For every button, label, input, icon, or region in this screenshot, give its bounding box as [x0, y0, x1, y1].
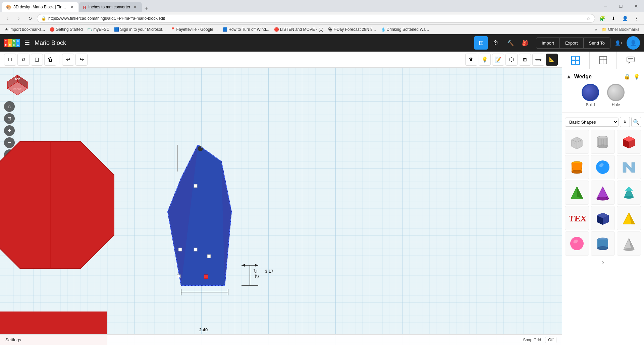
bookmark-getting-started[interactable]: 🔴Getting Started [48, 26, 85, 32]
minimize-button[interactable]: ─ [598, 0, 613, 12]
bookmark-windows[interactable]: 🟦How to Turn off Wind... [220, 26, 271, 32]
shape-item-cone-teal[interactable] [617, 181, 641, 205]
timeline-button[interactable]: ⏱ [489, 36, 502, 50]
notes-tool-button[interactable]: 📝 [492, 54, 504, 66]
add-collaborator-button[interactable]: 👤+ [612, 36, 625, 50]
front-view-tab[interactable] [590, 52, 617, 69]
shape-item-pyramid-yellow[interactable] [617, 206, 641, 230]
hamburger-button[interactable]: ☰ [23, 38, 31, 48]
grid-view-button[interactable]: ⊞ [474, 36, 488, 50]
delete-button[interactable]: 🗑 [44, 54, 56, 66]
shape-item-cone-purple[interactable] [591, 181, 615, 205]
svg-text:TEXT: TEXT [568, 214, 586, 223]
shape-item-text-red[interactable]: TEXT [565, 206, 589, 230]
shape-item-sphere-blue[interactable] [591, 155, 615, 179]
refresh-button[interactable]: ↻ [25, 14, 35, 23]
shape-gen-button[interactable]: ⬡ [505, 54, 518, 66]
ruler-tool-button[interactable]: 📐 [546, 54, 558, 66]
shape-box-button[interactable]: □ [4, 54, 16, 66]
shape-properties-panel: ▲ Wedge 🔒 💡 Solid Hole [562, 69, 644, 113]
solid-circle [582, 84, 599, 101]
library-search-button[interactable]: 🔍 [631, 117, 641, 127]
address-bar-row: ‹ › ↻ 🔒 https://www.tinkercad.com/things… [0, 12, 644, 25]
home-view-button[interactable]: ⌂ [4, 101, 15, 112]
rotate-icon: ↻ [253, 268, 258, 274]
hole-option[interactable]: Hole [607, 84, 625, 107]
tab-inactive[interactable]: R Inches to mm converter ✕ [79, 2, 142, 12]
redo-button[interactable]: ↪ [75, 54, 88, 66]
bookmark-weather[interactable]: 🌦7-Day Forecast 28N 8... [326, 26, 378, 32]
collapse-button[interactable]: ▲ [566, 74, 572, 80]
chat-tab[interactable] [617, 52, 644, 69]
library-expand-button[interactable]: ⇕ [620, 117, 630, 127]
wedge-shape[interactable] [154, 145, 262, 295]
shape-item-box-navy[interactable] [591, 206, 615, 230]
svg-point-90 [624, 248, 634, 251]
undo-button[interactable]: ↩ [62, 54, 74, 66]
snap-grid-label: Snap Grid [523, 338, 541, 342]
profile-button[interactable]: 👤 [620, 13, 630, 23]
view-cube[interactable]: TOP FRONT [4, 72, 31, 98]
svg-marker-70 [577, 187, 583, 199]
svg-rect-33 [572, 61, 575, 64]
light-button[interactable]: 💡 [633, 73, 640, 80]
more-bookmarks[interactable]: » [593, 26, 599, 32]
send-to-button[interactable]: Send To [584, 38, 610, 48]
other-bookmarks[interactable]: 📁 Other Bookmarks [600, 26, 641, 32]
toolbar-separator [59, 55, 59, 64]
grid-tab[interactable] [562, 52, 590, 69]
import-export-row: Import Export Send To [536, 38, 610, 49]
bookmark-star-icon[interactable]: ☆ [586, 16, 591, 21]
view-tool-button[interactable]: 👁 [465, 54, 477, 66]
maximize-button[interactable]: □ [613, 0, 629, 12]
copy-button[interactable]: ⧉ [17, 54, 30, 66]
shape-item-pyramid-green[interactable] [565, 181, 589, 205]
library-dropdown[interactable]: Basic Shapes [565, 118, 619, 127]
bookmark-myefsc[interactable]: mymyEFSC [86, 26, 111, 32]
shape-item-box-striped[interactable] [565, 130, 589, 154]
lock-button[interactable]: 🔒 [624, 73, 631, 80]
shape-item-cylinder-blue[interactable] [591, 231, 615, 256]
fit-view-button[interactable]: ⊡ [4, 113, 15, 124]
forward-button[interactable]: › [14, 14, 23, 23]
align-tool-button[interactable]: ⊞ [519, 54, 531, 66]
export-button[interactable]: Export [560, 38, 584, 48]
bag-button[interactable]: 🎒 [519, 36, 532, 50]
hammer-button[interactable]: 🔨 [504, 36, 517, 50]
scroll-indicator[interactable]: › [565, 256, 641, 269]
profile-avatar-button[interactable]: 👤 [627, 36, 640, 50]
light-tool-button[interactable]: 💡 [479, 54, 491, 66]
address-box[interactable]: 🔒 https://www.tinkercad.com/things/aIdCF… [37, 14, 595, 23]
bookmark-listen[interactable]: 🔴LISTEN and MOVE - (..) [272, 26, 325, 32]
close-button[interactable]: ✕ [629, 0, 644, 12]
duplicate-button[interactable]: ❑ [31, 54, 43, 66]
tab-close-2[interactable]: ✕ [132, 5, 138, 10]
mirror-tool-button[interactable]: ⟺ [532, 54, 544, 66]
svg-marker-68 [623, 162, 635, 172]
tab-title-2: Inches to mm converter [88, 5, 130, 9]
bookmark-fayetteville[interactable]: 📍Fayetteville - Google ... [168, 26, 220, 32]
bookmark-microsoft[interactable]: 🟦Sign in to your Microsof... [112, 26, 167, 32]
shape-item-cylinder-striped[interactable] [591, 130, 615, 154]
shape-item-sphere-pink[interactable] [565, 231, 589, 256]
downloads-button[interactable]: ⬇ [608, 13, 619, 23]
import-button[interactable]: Import [536, 38, 560, 48]
menu-button[interactable]: ⋮ [631, 13, 641, 23]
canvas[interactable]: TOP FRONT ⌂ ⊡ + − ⊕ [0, 68, 562, 345]
shape-item-cone-gray[interactable] [617, 231, 641, 256]
shape-item-cylinder-orange[interactable] [565, 155, 589, 179]
tinkercad-logo[interactable]: T I N K E R C A [4, 39, 20, 47]
solid-option[interactable]: Solid [582, 84, 599, 107]
svg-point-74 [624, 196, 634, 199]
snap-grid-value[interactable]: Off [545, 337, 556, 343]
back-button[interactable]: ‹ [3, 14, 12, 23]
shape-item-letter-n[interactable] [617, 155, 641, 179]
tab-close-1[interactable]: ✕ [69, 5, 74, 10]
hole-circle [607, 84, 625, 101]
shape-item-cube-red[interactable] [617, 130, 641, 154]
bookmark-water[interactable]: 💧Drinking Softened Wa... [379, 26, 431, 32]
extensions-button[interactable]: 🧩 [597, 13, 607, 23]
bookmark-import[interactable]: ★Import bookmarks... [3, 26, 47, 32]
new-tab-button[interactable]: + [142, 5, 151, 12]
tab-active[interactable]: 🎨 3D design Mario Block | Tinker... ✕ [2, 2, 78, 12]
